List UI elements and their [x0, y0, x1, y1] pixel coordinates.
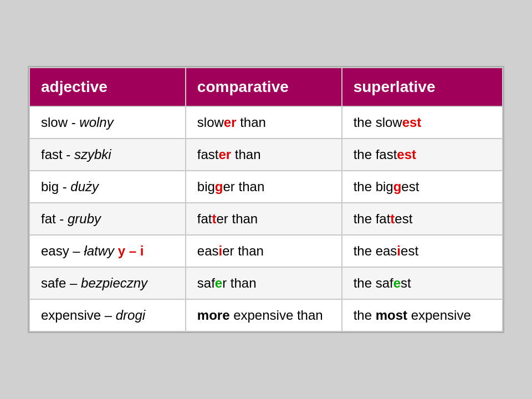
italic-text: drogi — [116, 308, 145, 323]
comparative-expensive: more expensive than — [186, 299, 342, 331]
adjective-expensive: expensive – drogi — [29, 299, 186, 331]
superlative-fast: the fastest — [342, 139, 503, 171]
superlative-expensive: the most expensive — [342, 299, 503, 331]
italic-text: duży — [70, 179, 99, 194]
table-row: slow - wolny slower than the slowest — [29, 106, 503, 139]
table-row: fast - szybki faster than the fastest — [29, 139, 503, 171]
highlight-red: est — [397, 147, 416, 162]
table-row: expensive – drogi more expensive than th… — [29, 299, 503, 331]
highlight-red: t — [390, 211, 395, 226]
adjective-fast: fast - szybki — [29, 139, 186, 171]
superlative-big: the biggest — [342, 171, 503, 203]
comparative-safe: safer than — [186, 267, 342, 299]
grammar-table: adjective comparative superlative slow -… — [28, 66, 504, 333]
bold-text: most — [376, 308, 407, 323]
italic-text: wolny — [79, 115, 113, 130]
table-row: fat - gruby fatter than the fattest — [29, 203, 503, 235]
comparative-big: bigger than — [186, 171, 342, 203]
superlative-safe: the safest — [342, 267, 503, 299]
superlative-fat: the fattest — [342, 203, 503, 235]
highlight-green: e — [215, 275, 222, 290]
table-row: big - duży bigger than the biggest — [29, 171, 503, 203]
superlative-slow: the slowest — [342, 106, 503, 139]
comparative-easy: easier than — [186, 235, 342, 267]
highlight-red: g — [215, 179, 223, 194]
highlight-red: er — [219, 147, 232, 162]
highlight-red: est — [402, 115, 422, 130]
highlight-green: e — [393, 275, 401, 290]
highlight-red: t — [212, 211, 217, 226]
italic-text: szybki — [74, 147, 111, 162]
adjective-easy: easy – łatwy y – i — [29, 235, 186, 267]
header-adjective: adjective — [29, 68, 186, 106]
italic-text: bezpieczny — [81, 275, 147, 290]
rule-highlight: y – i — [118, 243, 144, 258]
adjective-big: big - duży — [29, 171, 186, 203]
highlight-red: er — [224, 115, 237, 130]
highlight-red: i — [219, 243, 223, 258]
adjective-safe: safe – bezpieczny — [29, 267, 186, 299]
italic-text: gruby — [68, 211, 101, 226]
table-row: safe – bezpieczny safer than the safest — [29, 267, 503, 299]
header-comparative: comparative — [186, 68, 342, 106]
header-superlative: superlative — [342, 68, 503, 106]
comparative-slow: slower than — [186, 106, 342, 139]
adjective-fat: fat - gruby — [29, 203, 186, 235]
table-row: easy – łatwy y – i easier than the easie… — [29, 235, 503, 267]
highlight-red: i — [397, 243, 401, 258]
superlative-easy: the easiest — [342, 235, 503, 267]
bold-text: more — [197, 308, 230, 323]
comparative-fast: faster than — [186, 139, 342, 171]
highlight-red: g — [393, 179, 402, 194]
comparative-fat: fatter than — [186, 203, 342, 235]
italic-text: łatwy — [84, 243, 114, 258]
adjective-slow: slow - wolny — [29, 106, 186, 139]
